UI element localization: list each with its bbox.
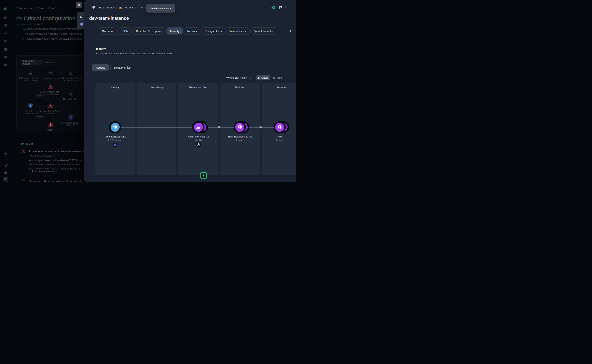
column-user-group: User Group [137, 83, 176, 175]
toggle-access[interactable]: Access [92, 64, 109, 71]
case-title: Critical configuration [24, 15, 75, 22]
monitor-icon [80, 23, 83, 26]
ai-bullet: This case involves 1 host and 4 users, i… [20, 32, 84, 35]
tab-detection-response[interactable]: Detection & Response [133, 27, 166, 34]
scope-dropdown[interactable]: Where can it act? [226, 76, 247, 79]
help-circle-icon[interactable]: ? [4, 171, 7, 174]
tabs-divider [89, 39, 293, 39]
tab-configurations[interactable]: Configurations [202, 27, 225, 34]
breadcrumb-sep-icon: › [46, 7, 47, 10]
table-rows-icon [273, 77, 275, 79]
ai-bullet: First issue detected on March 08, 2025 1… [20, 37, 83, 40]
tab-network[interactable]: Network [184, 27, 200, 34]
hard-hat-icon [196, 125, 201, 129]
asset-title: dev-team-instance [89, 16, 129, 21]
breadcrumb-cases[interactable]: Cases [38, 7, 44, 10]
monitor-icon [113, 125, 117, 130]
tab-vulnerabilities[interactable]: Vulnerabilities [226, 27, 249, 34]
sidebar-item-shield-alert[interactable] [4, 24, 7, 27]
left-sidebar: ? MB [0, 0, 11, 182]
monitor-icon [31, 170, 34, 172]
panel-side-dock [77, 12, 84, 29]
issue-date: Feb 25th 2026 20:11:04 [29, 154, 55, 157]
issue-title[interactable]: Unauthorized access risk due to a public… [29, 180, 84, 182]
edge-label-linked: linked [36, 94, 44, 97]
severity-critical-icon [22, 150, 25, 153]
issue-title[interactable]: Privilege escalation and lateral movemen… [29, 150, 84, 153]
settings-gear-icon[interactable] [4, 152, 7, 155]
view-graph-button[interactable]: Graph [256, 75, 270, 80]
shield-user-icon [238, 125, 242, 130]
panel-actions: ⋮ [271, 5, 292, 10]
node-aws-iam-role[interactable]: AWS IAM Role (1) Identity z [177, 121, 220, 147]
sidebar-item-eye[interactable] [4, 31, 7, 35]
section-heading: Identity [96, 47, 106, 50]
tab-sbom[interactable]: SBOM [117, 27, 132, 34]
issues-count-header: 15 issues [20, 142, 34, 145]
sidebar-item-target[interactable] [4, 39, 7, 43]
access-relationships-toggle: Access Relationships [92, 64, 134, 71]
clock-snooze-icon: z [197, 143, 200, 146]
asset-header: EC2 Instance aws us-west-1 343059098 [91, 5, 153, 10]
ai-bullet: Multiple critical configuration issues w… [20, 27, 82, 30]
severity-critical-icon [22, 179, 25, 182]
breadcrumb-current: Case #111 [48, 7, 60, 10]
node-trust-relationship[interactable]: Trust Relationship (1) Identity [218, 121, 262, 141]
graph-node-issues[interactable]: Issues (4) [35, 121, 66, 131]
asset-name-tooltip: dev-team-instance [146, 4, 175, 13]
divider [285, 6, 286, 9]
sidebar-item-clipboard[interactable] [4, 47, 7, 51]
tab-identity[interactable]: Identity [167, 27, 183, 34]
graph-help-button[interactable]: ? [200, 172, 207, 179]
brand-logo-icon[interactable] [4, 7, 7, 11]
panel-resize-handle[interactable] [84, 90, 87, 94]
sidebar-item-threat-spider[interactable] [4, 63, 7, 67]
svg-text:?: ? [5, 172, 6, 174]
graph-node-external-login-2[interactable]: External Login Pass... Credential Access [55, 71, 84, 82]
aws-logo-icon: aws [119, 6, 123, 9]
user-avatar[interactable]: MB [3, 176, 8, 182]
globe-icon [114, 143, 117, 146]
issues-connector-line [30, 155, 30, 178]
divider [116, 6, 117, 9]
asset-region-label: us-west-1 [125, 6, 136, 9]
svg-text:z: z [199, 145, 199, 146]
notifications-bell-icon[interactable] [4, 164, 7, 168]
monitor-icon [91, 6, 95, 9]
internet-exposure-badge [113, 143, 117, 147]
chat-icon[interactable] [279, 6, 282, 9]
close-panel-button[interactable]: ✕ [76, 2, 82, 8]
toggle-relationships[interactable]: Relationships [110, 64, 134, 71]
help-icon: ? [202, 174, 204, 177]
apps-grid-icon[interactable] [4, 158, 7, 162]
more-menu-icon[interactable]: ⋮ [289, 6, 292, 9]
issue-asset-tag[interactable]: dev-team-instance [29, 169, 57, 173]
sidebar-item-boards[interactable] [4, 16, 7, 20]
breadcrumb-sep-icon: › [35, 7, 36, 10]
shield-user-icon [277, 125, 282, 130]
issue-desc-line: A publicly exposed, vulnerable AWS EC2 i… [29, 159, 82, 162]
tabs-scroll-left[interactable]: ‹ [93, 29, 94, 32]
ai-icon [17, 23, 20, 26]
node-ec2-instance[interactable]: i-0eec6aa12c33eb... EC2 Instance [94, 121, 137, 147]
dock-tab-asset[interactable] [78, 21, 84, 28]
temporary-credential-badge: z [196, 143, 201, 147]
dock-tab-alerts[interactable] [78, 13, 84, 20]
breadcrumb-cases-issues[interactable]: Cases & Issues [16, 7, 34, 10]
sidebar-item-blocks[interactable] [4, 55, 7, 59]
asset-tabs: Overview SBOM Detection & Response Ident… [99, 27, 276, 34]
breadcrumb: Cases & Issues › Cases › Case #111 [16, 7, 60, 10]
tab-agent-information[interactable]: Agent Information [250, 27, 276, 34]
tabs-scroll-right[interactable]: › [290, 29, 291, 32]
close-icon: ✕ [78, 4, 80, 7]
ai-radar-icon[interactable] [271, 5, 276, 10]
graph-controls: Where can it act? Graph Table [226, 75, 283, 80]
node-iam[interactable]: IAM Identity [258, 121, 296, 141]
graph-node-causality-chain-2[interactable]: Causality Chain [55, 91, 84, 100]
case-score-badge: 90 [16, 16, 22, 20]
tab-overview[interactable]: Overview [99, 27, 116, 34]
view-table-button[interactable]: Table [273, 76, 283, 79]
chevron-down-icon [250, 76, 252, 78]
graph-node-local-threat[interactable]: Local Threat Detec... Malware [35, 103, 66, 115]
app-root: ? MB Cases & Issues › Cases › Case #111 … [0, 0, 296, 182]
